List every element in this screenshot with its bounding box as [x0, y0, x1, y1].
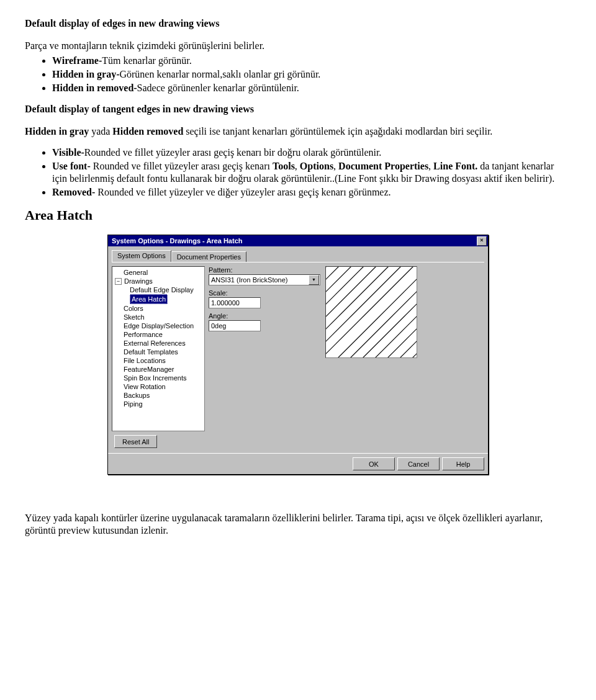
tree-item-view-rotation[interactable]: View Rotation: [112, 382, 204, 391]
tree-item-label: FeatureManager: [124, 365, 174, 374]
tree-item-label: Sketch: [124, 313, 145, 321]
dialog-screenshot: System Options - Drawings - Area Hatch ×…: [25, 235, 571, 475]
bullet-removed: Removed- Rounded ve fillet yüzeyler ve d…: [52, 186, 571, 199]
tree-item-default-edge-display[interactable]: Default Edge Display: [112, 285, 204, 294]
tree-item-general[interactable]: General: [112, 268, 204, 277]
tree-item-label: Backups: [124, 391, 150, 400]
heading-default-edges: Default display of edges in new drawing …: [25, 17, 571, 30]
tree-item-label: Edge Display/Selection: [124, 321, 194, 330]
tree-item-backups[interactable]: Backups: [112, 391, 204, 400]
tree-item-label: Default Templates: [124, 348, 178, 356]
hatch-preview: [325, 266, 417, 358]
tree-item-sketch[interactable]: Sketch: [112, 313, 204, 321]
tree-item-label: General: [124, 268, 148, 277]
dialog-titlebar: System Options - Drawings - Area Hatch ×: [108, 235, 488, 246]
angle-input[interactable]: 0deg: [209, 320, 261, 331]
tree-item-file-locations[interactable]: File Locations: [112, 356, 204, 365]
heading-area-hatch: Area Hatch: [25, 207, 571, 223]
tree-item-default-templates[interactable]: Default Templates: [112, 348, 204, 356]
scale-label: Scale:: [209, 289, 320, 297]
tree-item-label: Colors: [124, 304, 143, 313]
paragraph-intro: Parça ve montajların teknik çizimdeki gö…: [25, 40, 571, 52]
tree-item-label: Drawings: [124, 277, 153, 285]
tree-toggle-icon[interactable]: −: [115, 278, 122, 285]
tree-item-performance[interactable]: Performance: [112, 330, 204, 339]
tree-item-area-hatch[interactable]: Area Hatch: [112, 294, 204, 304]
paragraph-footer: Yüzey yada kapalı kontürler üzerine uygu…: [25, 512, 571, 537]
tab-system-options[interactable]: System Options: [112, 250, 171, 262]
system-options-dialog: System Options - Drawings - Area Hatch ×…: [107, 235, 489, 475]
bullet-hidden-gray: Hidden in gray-Görünen kenarlar normal,s…: [52, 68, 571, 81]
pattern-value: ANSI31 (Iron BrickStone): [211, 276, 288, 284]
close-button[interactable]: ×: [477, 236, 487, 246]
cancel-button[interactable]: Cancel: [397, 457, 440, 470]
tree-item-label: Default Edge Display: [130, 285, 194, 294]
pattern-combo[interactable]: ANSI31 (Iron BrickStone) ▼: [209, 274, 320, 285]
bullet-usefont: Use font- Rounded ve fillet yüzeyler ara…: [52, 160, 571, 185]
bullet-list-edges: Wireframe-Tüm kenarlar görünür. Hidden i…: [25, 55, 571, 94]
pattern-label: Pattern:: [209, 266, 320, 274]
tree-item-label: File Locations: [124, 356, 166, 365]
bullet-hidden-removed: Hidden in removed-Sadece görünenler kena…: [52, 82, 571, 94]
tree-item-edge-display-selection[interactable]: Edge Display/Selection: [112, 321, 204, 330]
hatch-pattern-icon: [326, 267, 417, 357]
ok-button[interactable]: OK: [353, 457, 395, 470]
tree-item-drawings[interactable]: −Drawings: [112, 277, 204, 285]
dialog-title: System Options - Drawings - Area Hatch: [112, 237, 242, 245]
svg-line-7: [326, 267, 417, 357]
bullet-visible: Visible-Rounded ve fillet yüzeyler arası…: [52, 146, 571, 159]
tree-item-colors[interactable]: Colors: [112, 304, 204, 313]
tab-document-properties[interactable]: Document Properties: [171, 251, 246, 262]
tree-item-piping[interactable]: Piping: [112, 400, 204, 408]
reset-all-button[interactable]: Reset All: [114, 435, 157, 448]
svg-line-8: [326, 267, 417, 357]
paragraph-tangent: Hidden in gray yada Hidden removed seçil…: [25, 125, 571, 138]
tree-item-spin-box-increments[interactable]: Spin Box Increments: [112, 374, 204, 382]
tree-item-featuremanager[interactable]: FeatureManager: [112, 365, 204, 374]
tree-item-label: Spin Box Increments: [124, 374, 187, 382]
angle-label: Angle:: [209, 312, 320, 320]
bullet-list-tangent: Visible-Rounded ve fillet yüzeyler arası…: [25, 146, 571, 199]
tree-item-label: Piping: [124, 400, 143, 408]
chevron-down-icon[interactable]: ▼: [309, 275, 319, 285]
tree-item-label: Area Hatch: [130, 294, 168, 304]
tab-strip: System Options Document Properties: [108, 246, 488, 262]
scale-input[interactable]: 1.000000: [209, 297, 261, 308]
heading-tangent-edges: Default display of tangent edges in new …: [25, 103, 571, 115]
help-button[interactable]: Help: [442, 457, 484, 470]
tree-item-label: External References: [124, 339, 186, 348]
options-tree[interactable]: General−DrawingsDefault Edge DisplayArea…: [112, 266, 205, 431]
bullet-wireframe: Wireframe-Tüm kenarlar görünür.: [52, 55, 571, 67]
tree-item-label: View Rotation: [124, 382, 166, 391]
tree-item-label: Performance: [124, 330, 163, 339]
tree-item-external-references[interactable]: External References: [112, 339, 204, 348]
